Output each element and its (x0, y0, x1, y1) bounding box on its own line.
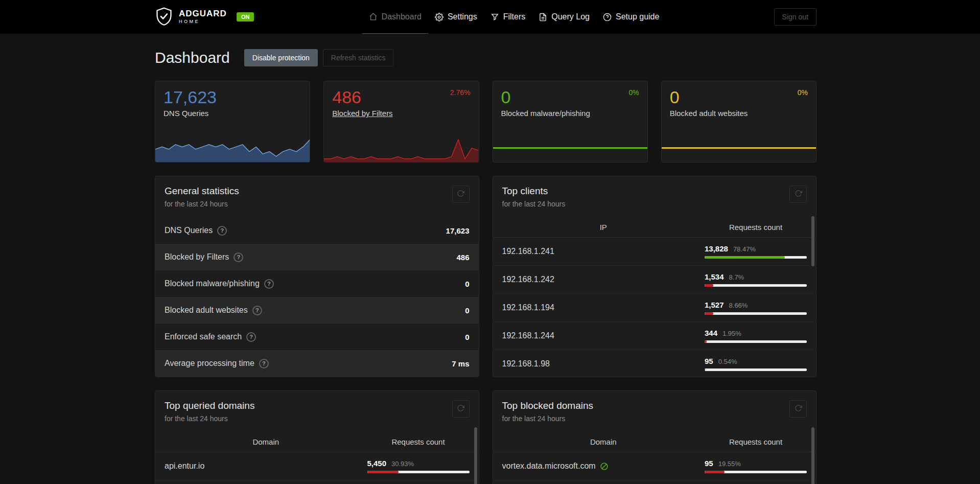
request-percent: 8.66% (729, 302, 748, 309)
client-stats: 1,5348.7% (705, 272, 807, 287)
stat-row-label: Blocked by Filters (165, 252, 229, 262)
blocked-adult-value: 0 (662, 81, 816, 107)
scrollbar-thumb[interactable] (811, 427, 814, 484)
client-row: 192.168.1.242 1,5348.7% (493, 266, 816, 294)
client-ip[interactable]: 192.168.1.241 (502, 247, 705, 256)
client-ip[interactable]: 192.168.1.194 (502, 303, 705, 312)
stats-row: Blocked adult websites? 0 (155, 297, 479, 324)
filters-funnel-icon (491, 13, 499, 21)
sign-out-button[interactable]: Sign out (774, 8, 816, 26)
scrollbar-thumb[interactable] (474, 427, 477, 484)
client-row: 192.168.1.194 1,5278.66% (493, 294, 816, 322)
client-ip[interactable]: 192.168.1.244 (502, 331, 705, 340)
client-ip[interactable]: 192.168.1.242 (502, 275, 705, 284)
dashboard-page: Dashboard Disable protection Refresh sta… (155, 49, 816, 484)
blocked-malware-sparkline (493, 134, 647, 162)
table-header: IP Requests count (493, 217, 816, 238)
help-icon[interactable]: ? (252, 306, 262, 315)
blocked-filters-percent: 2.76% (450, 88, 471, 97)
progress-bar (705, 368, 807, 371)
progress-bar (705, 312, 807, 315)
query-log-document-icon (539, 13, 547, 21)
column-header-requests: Requests count (705, 223, 807, 232)
nav-item-dashboard[interactable]: Dashboard (362, 0, 428, 34)
help-icon[interactable]: ? (234, 252, 243, 262)
top-blocked-domains-subtitle: for the last 24 hours (502, 414, 594, 423)
disable-protection-button[interactable]: Disable protection (244, 49, 318, 66)
stat-row-value: 486 (456, 253, 469, 262)
client-row: 192.168.1.98 950.54% (493, 350, 816, 377)
brand-title: ADGUARD (179, 9, 227, 19)
column-header-requests: Requests count (705, 437, 807, 446)
client-stats: 1,5278.66% (705, 301, 807, 315)
request-count: 344 (705, 329, 717, 337)
domain-stats: 5,45030.93% (367, 459, 470, 473)
help-icon[interactable]: ? (217, 226, 227, 236)
tracker-blocked-icon[interactable] (600, 462, 609, 471)
stat-row-label: Blocked adult websites (165, 306, 248, 315)
nav-item-setup-guide[interactable]: Setup guide (596, 0, 666, 34)
stats-row: Average processing time? 7 ms (155, 350, 479, 377)
progress-bar (367, 471, 470, 473)
refresh-icon (795, 404, 802, 413)
page-header: Dashboard Disable protection Refresh sta… (155, 49, 816, 66)
column-header-ip: IP (502, 223, 705, 232)
nav-item-filters[interactable]: Filters (484, 0, 532, 34)
top-queried-domains-subtitle: for the last 24 hours (165, 414, 254, 423)
adguard-home-brand[interactable]: ADGUARD HOME ON (155, 7, 254, 27)
stat-card-blocked-adult: 0 0% Blocked adult websites (661, 81, 816, 163)
refresh-card-button[interactable] (789, 400, 807, 418)
refresh-card-button[interactable] (452, 186, 470, 203)
refresh-statistics-button[interactable]: Refresh statistics (323, 49, 394, 66)
domain-row: api.entur.io 5,45030.93% (155, 452, 479, 480)
stat-row-label: DNS Queries (165, 226, 213, 235)
stats-row: Blocked by Filters? 486 (155, 244, 479, 270)
blocked-malware-percent: 0% (629, 88, 639, 97)
stat-row-label: Enforced safe search (165, 332, 242, 341)
dashboard-home-icon (369, 12, 378, 21)
client-row: 192.168.1.241 13,82878.47% (493, 238, 816, 266)
blocked-domain: vortex.data.microsoft.com (502, 462, 596, 471)
stat-row-value: 17,623 (446, 226, 470, 235)
blocked-filters-link[interactable]: Blocked by Filters (332, 109, 392, 118)
blocked-by-filters-sparkline (324, 134, 478, 162)
nav-item-query-log[interactable]: Query Log (532, 0, 596, 34)
help-icon[interactable]: ? (264, 279, 274, 289)
refresh-icon (457, 404, 464, 413)
nav-label: Dashboard (382, 12, 422, 21)
request-percent: 78.47% (733, 245, 756, 253)
help-icon[interactable]: ? (259, 359, 269, 368)
top-queried-domains-card: Top queried domains for the last 24 hour… (155, 390, 479, 484)
table-header: Domain Requests count (155, 432, 479, 452)
nav-item-settings[interactable]: Settings (428, 0, 484, 34)
column-header-domain: Domain (502, 437, 705, 446)
stat-row-value: 7 ms (452, 359, 469, 368)
card-header-text: Top blocked domains for the last 24 hour… (502, 400, 594, 423)
top-clients-subtitle: for the last 24 hours (502, 200, 566, 208)
dns-queries-label: DNS Queries (155, 107, 310, 118)
request-percent: 0.54% (718, 358, 737, 365)
queried-domain[interactable]: api.entur.io (165, 462, 367, 471)
client-ip[interactable]: 192.168.1.98 (502, 359, 705, 368)
protection-on-badge: ON (237, 12, 254, 21)
refresh-card-button[interactable] (789, 186, 807, 203)
blocked-adult-percent: 0% (798, 88, 808, 97)
scrollbar-thumb[interactable] (811, 216, 814, 266)
card-header-text: Top clients for the last 24 hours (502, 186, 566, 208)
table-header: Domain Requests count (493, 432, 816, 452)
request-percent: 8.7% (729, 273, 744, 281)
bottom-cards-row: Top queried domains for the last 24 hour… (155, 390, 816, 484)
top-blocked-domains-title: Top blocked domains (502, 400, 594, 411)
refresh-card-button[interactable] (452, 400, 470, 418)
help-icon[interactable]: ? (246, 332, 256, 342)
card-header: General statistics for the last 24 hours (155, 176, 479, 217)
general-statistics-subtitle: for the last 24 hours (165, 200, 239, 208)
request-count: 5,450 (367, 459, 387, 468)
progress-bar (705, 256, 807, 259)
top-blocked-domains-card: Top blocked domains for the last 24 hour… (493, 390, 817, 484)
client-row: 192.168.1.244 3441.95% (493, 322, 816, 350)
stat-cards-row: 17,623 DNS Queries 486 2.76% Blocked by … (155, 81, 816, 163)
top-clients-card: Top clients for the last 24 hours IP Req… (493, 176, 817, 377)
blocked-domain-cell[interactable]: vortex.data.microsoft.com (502, 462, 705, 471)
progress-bar (705, 340, 807, 343)
